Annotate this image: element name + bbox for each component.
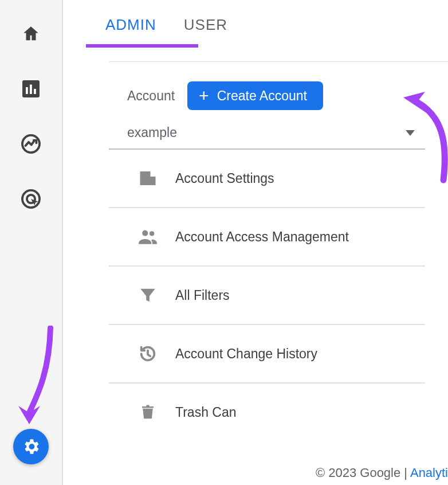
filter-icon [136,284,159,307]
people-icon [136,225,159,248]
menu-label: Account Settings [175,170,274,187]
gear-icon [21,437,41,456]
svg-rect-3 [34,89,36,94]
nav-reports[interactable] [19,77,43,101]
account-selector[interactable]: example [109,110,425,150]
menu-label: Trash Can [175,404,237,421]
tab-bar: ADMIN USER [63,0,448,48]
chevron-down-icon [406,130,415,136]
menu-label: Account Access Management [175,229,349,245]
svg-point-8 [150,231,154,236]
home-icon [21,24,41,44]
menu-account-access-management[interactable]: Account Access Management [109,208,425,267]
tab-underline [86,44,198,48]
footer: © 2023 Google | Analyti [316,466,448,480]
menu-all-filters[interactable]: All Filters [109,267,425,325]
account-header-row: Account + Create Account [109,81,448,110]
nav-explore[interactable] [19,132,43,156]
account-column-label: Account [127,88,175,104]
svg-rect-2 [30,85,32,95]
menu-trash-can[interactable]: Trash Can [109,384,425,441]
building-icon [136,167,159,190]
menu-label: All Filters [175,287,230,304]
trend-circle-icon [20,133,42,155]
trash-icon [136,401,159,424]
nav-admin-gear-button[interactable] [13,429,49,464]
account-selector-value: example [127,125,177,140]
svg-point-7 [142,230,148,236]
bar-chart-icon [21,79,41,99]
account-menu: Account Settings Account Access Manageme… [109,150,425,441]
nav-home[interactable] [19,22,43,46]
target-click-icon [20,188,42,210]
admin-panel: Account + Create Account example Account… [109,61,448,441]
plus-icon: + [199,87,209,104]
menu-label: Account Change History [175,346,317,362]
svg-rect-1 [26,87,28,94]
tab-user[interactable]: USER [170,16,241,48]
left-nav-rail [0,0,63,485]
tab-admin[interactable]: ADMIN [92,16,170,48]
nav-advertising[interactable] [19,187,43,211]
footer-copyright: © 2023 Google | [316,466,410,480]
history-icon [136,342,159,365]
footer-analytics-link[interactable]: Analyti [410,466,448,480]
menu-account-settings[interactable]: Account Settings [109,150,425,208]
menu-account-change-history[interactable]: Account Change History [109,325,425,384]
create-account-button[interactable]: + Create Account [187,81,323,110]
annotation-arrow-to-gear [10,326,62,435]
create-account-button-label: Create Account [217,88,307,104]
main-content: ADMIN USER Account + Create Account exam… [63,0,448,485]
